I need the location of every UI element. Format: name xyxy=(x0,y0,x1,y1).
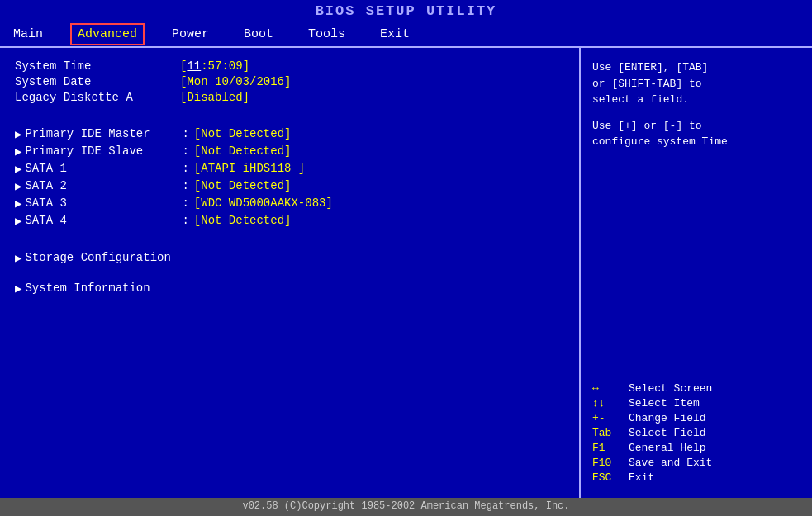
primary-ide-master-value: [Not Detected] xyxy=(194,127,292,140)
legacy-diskette-label: Legacy Diskette A xyxy=(15,91,180,104)
menu-tools[interactable]: Tools xyxy=(303,26,350,43)
help-line2: or [SHIFT-TAB] to xyxy=(592,76,800,92)
menu-bar: Main Advanced Power Boot Tools Exit xyxy=(0,22,812,48)
sata4-row[interactable]: ▶ SATA 4 : [Not Detected] xyxy=(15,214,564,228)
menu-boot[interactable]: Boot xyxy=(239,26,278,43)
key-updown: ↕↓ xyxy=(592,397,622,409)
help-line5: Use [+] or [-] to xyxy=(592,118,800,135)
system-info-block: System Time [11:57:09] System Date [Mon … xyxy=(15,59,564,104)
key-row-5: F10 Save and Exit xyxy=(592,457,800,469)
storage-config-row[interactable]: ▶ Storage Configuration xyxy=(15,251,564,265)
divider-1 xyxy=(15,119,564,127)
left-panel: System Time [11:57:09] System Date [Mon … xyxy=(0,48,581,498)
legacy-diskette-value: [Disabled] xyxy=(180,91,249,104)
key-row-3: Tab Select Field xyxy=(592,427,800,439)
sata1-label: SATA 1 xyxy=(25,162,182,175)
key-row-4: F1 General Help xyxy=(592,442,800,454)
legacy-diskette-row: Legacy Diskette A [Disabled] xyxy=(15,91,564,104)
divider-4 xyxy=(15,270,564,278)
key-change-field: Change Field xyxy=(629,412,706,424)
arrow-icon: ▶ xyxy=(15,214,21,228)
key-arrows: ↔ xyxy=(592,382,622,395)
sata2-label: SATA 2 xyxy=(25,179,182,192)
key-legend: ↔ Select Screen ↕↓ Select Item +- Change… xyxy=(592,382,800,486)
system-time-label: System Time xyxy=(15,59,180,73)
primary-ide-slave-label: Primary IDE Slave xyxy=(25,144,182,158)
system-time-value: [11:57:09] xyxy=(180,59,249,73)
system-date-row: System Date [Mon 10/03/2016] xyxy=(15,75,564,88)
key-exit: Exit xyxy=(629,471,654,484)
key-select-screen: Select Screen xyxy=(629,382,712,395)
device-list: ▶ Primary IDE Master : [Not Detected] ▶ … xyxy=(15,127,564,228)
menu-exit[interactable]: Exit xyxy=(375,26,415,43)
key-esc: ESC xyxy=(592,471,622,484)
system-info-row[interactable]: ▶ System Information xyxy=(15,282,564,296)
key-select-field: Select Field xyxy=(629,427,706,439)
help-line1: Use [ENTER], [TAB] xyxy=(592,59,800,76)
arrow-icon: ▶ xyxy=(15,179,21,193)
arrow-icon: ▶ xyxy=(15,251,21,265)
key-plusminus: +- xyxy=(592,412,622,424)
system-time-row: System Time [11:57:09] xyxy=(15,59,564,73)
help-line3: select a field. xyxy=(592,92,800,108)
sata2-value: [Not Detected] xyxy=(194,179,292,192)
key-row-2: +- Change Field xyxy=(592,412,800,424)
title-bar: BIOS SETUP UTILITY xyxy=(0,0,812,22)
arrow-icon: ▶ xyxy=(15,282,21,296)
sata3-label: SATA 3 xyxy=(25,196,182,210)
arrow-icon: ▶ xyxy=(15,127,21,141)
menu-advanced[interactable]: Advanced xyxy=(73,26,142,43)
sata3-value: [WDC WD5000AAKX-083] xyxy=(194,196,333,210)
key-row-0: ↔ Select Screen xyxy=(592,382,800,395)
sata4-label: SATA 4 xyxy=(25,214,182,227)
main-area: System Time [11:57:09] System Date [Mon … xyxy=(0,48,812,498)
key-general-help: General Help xyxy=(629,442,706,454)
bios-title: BIOS SETUP UTILITY xyxy=(316,3,497,19)
menu-power[interactable]: Power xyxy=(167,26,214,43)
key-save-exit: Save and Exit xyxy=(629,457,712,469)
primary-ide-slave-row[interactable]: ▶ Primary IDE Slave : [Not Detected] xyxy=(15,144,564,159)
key-f1: F1 xyxy=(592,442,622,454)
key-row-6: ESC Exit xyxy=(592,471,800,484)
help-spacer xyxy=(592,108,800,118)
system-date-value: [Mon 10/03/2016] xyxy=(180,75,291,88)
sata3-row[interactable]: ▶ SATA 3 : [WDC WD5000AAKX-083] xyxy=(15,196,564,211)
key-row-1: ↕↓ Select Item xyxy=(592,397,800,409)
key-select-item: Select Item xyxy=(629,397,700,409)
primary-ide-master-label: Primary IDE Master xyxy=(25,127,182,140)
sata2-row[interactable]: ▶ SATA 2 : [Not Detected] xyxy=(15,179,564,193)
help-text: Use [ENTER], [TAB] or [SHIFT-TAB] to sel… xyxy=(592,59,800,150)
menu-main[interactable]: Main xyxy=(8,26,48,43)
arrow-icon: ▶ xyxy=(15,144,21,159)
help-line6: configure system Time xyxy=(592,134,800,150)
sata1-value: [ATAPI iHDS118 ] xyxy=(194,162,305,175)
sata4-value: [Not Detected] xyxy=(194,214,292,227)
system-info-label: System Information xyxy=(25,282,150,296)
storage-config-label: Storage Configuration xyxy=(25,251,170,265)
primary-ide-master-row[interactable]: ▶ Primary IDE Master : [Not Detected] xyxy=(15,127,564,141)
key-f10: F10 xyxy=(592,457,622,469)
right-panel: Use [ENTER], [TAB] or [SHIFT-TAB] to sel… xyxy=(581,48,812,498)
key-tab: Tab xyxy=(592,427,622,439)
divider-2 xyxy=(15,231,564,239)
primary-ide-slave-value: [Not Detected] xyxy=(194,144,292,158)
bottom-text: v02.58 (C)Copyright 1985-2002 American M… xyxy=(242,500,569,512)
arrow-icon: ▶ xyxy=(15,162,21,176)
arrow-icon: ▶ xyxy=(15,196,21,211)
divider-3 xyxy=(15,239,564,248)
system-date-label: System Date xyxy=(15,75,180,88)
bottom-bar: v02.58 (C)Copyright 1985-2002 American M… xyxy=(0,498,812,516)
sata1-row[interactable]: ▶ SATA 1 : [ATAPI iHDS118 ] xyxy=(15,162,564,176)
